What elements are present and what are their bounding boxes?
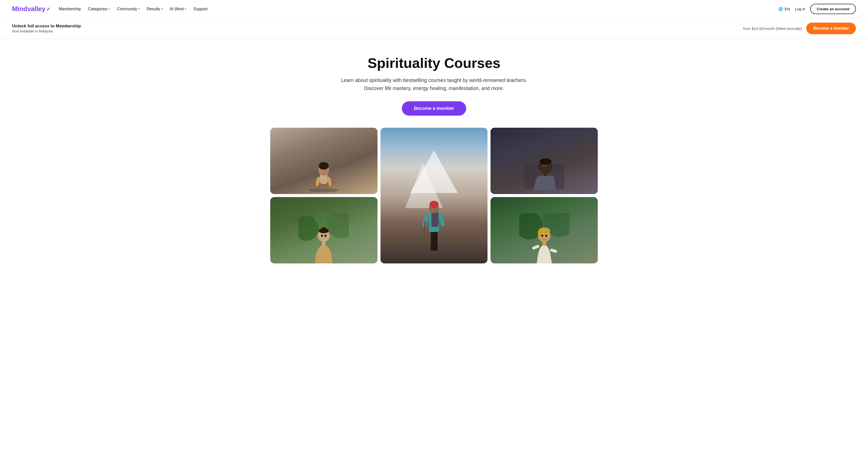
image-woman-nature bbox=[270, 197, 377, 263]
hero-cta: Become a member bbox=[12, 101, 856, 116]
svg-rect-12 bbox=[432, 212, 438, 227]
chevron-down-icon: ▾ bbox=[161, 7, 163, 10]
announcement-right: from $24.92/month (billed annually) Beco… bbox=[743, 23, 856, 34]
announcement-subtext: Now Available in Malaysia bbox=[12, 29, 81, 33]
svg-point-42 bbox=[545, 235, 547, 237]
svg-point-41 bbox=[541, 235, 543, 237]
svg-point-23 bbox=[539, 167, 540, 168]
image-grid bbox=[258, 128, 610, 276]
svg-rect-9 bbox=[431, 231, 434, 251]
nav-at-work[interactable]: At Work ▾ bbox=[170, 7, 187, 11]
logo-text: Mindvalley bbox=[12, 5, 45, 13]
svg-point-32 bbox=[324, 234, 327, 237]
logo[interactable]: Mindvalley ✔ bbox=[12, 5, 51, 13]
create-account-button[interactable]: Create an account bbox=[810, 4, 856, 14]
nav-results[interactable]: Results ▾ bbox=[147, 7, 162, 11]
nav-links: Membership Categories ▾ Community ▾ Resu… bbox=[59, 7, 208, 11]
svg-rect-36 bbox=[550, 248, 557, 253]
globe-icon: 🌐 bbox=[778, 7, 783, 11]
image-meditation-woman bbox=[270, 128, 377, 194]
announcement-text: Unlock full access to Membership Now Ava… bbox=[12, 24, 81, 33]
chevron-down-icon: ▾ bbox=[185, 7, 186, 10]
svg-rect-16 bbox=[439, 214, 445, 227]
image-man-meditating bbox=[491, 128, 598, 194]
nav-categories[interactable]: Categories ▾ bbox=[88, 7, 110, 11]
nav-community[interactable]: Community ▾ bbox=[117, 7, 140, 11]
logo-checkmark: ✔ bbox=[46, 6, 51, 12]
price-text: from $24.92/month (billed annually) bbox=[743, 26, 802, 31]
nav-membership[interactable]: Membership bbox=[59, 7, 81, 11]
navbar: Mindvalley ✔ Membership Categories ▾ Com… bbox=[0, 0, 868, 18]
svg-point-0 bbox=[309, 188, 339, 192]
become-member-purple-button[interactable]: Become a member bbox=[402, 101, 466, 116]
navbar-left: Mindvalley ✔ Membership Categories ▾ Com… bbox=[12, 5, 208, 13]
svg-rect-10 bbox=[434, 231, 437, 251]
announcement-headline: Unlock full access to Membership bbox=[12, 24, 81, 29]
svg-point-14 bbox=[430, 201, 438, 208]
svg-point-20 bbox=[539, 158, 552, 164]
image-mountain-hiker bbox=[380, 128, 488, 263]
nav-support[interactable]: Support bbox=[193, 7, 208, 11]
become-member-orange-button[interactable]: Become a member bbox=[806, 23, 856, 34]
svg-point-4 bbox=[319, 162, 329, 170]
login-button[interactable]: Log in bbox=[795, 7, 805, 11]
hero-title: Spirituality Courses bbox=[12, 55, 856, 71]
svg-rect-35 bbox=[532, 244, 540, 250]
svg-point-30 bbox=[321, 227, 326, 231]
language-button[interactable]: 🌐 EN bbox=[778, 7, 790, 11]
navbar-right: 🌐 EN Log in Create an account bbox=[778, 4, 856, 14]
chevron-down-icon: ▾ bbox=[138, 7, 140, 10]
announcement-bar: Unlock full access to Membership Now Ava… bbox=[0, 18, 868, 39]
hero-description: Learn about spirituality with bestsellin… bbox=[339, 76, 529, 92]
chevron-down-icon: ▾ bbox=[108, 7, 110, 10]
image-man-forest bbox=[491, 197, 598, 263]
hero-section: Spirituality Courses Learn about spiritu… bbox=[0, 39, 868, 128]
svg-point-31 bbox=[321, 234, 323, 237]
